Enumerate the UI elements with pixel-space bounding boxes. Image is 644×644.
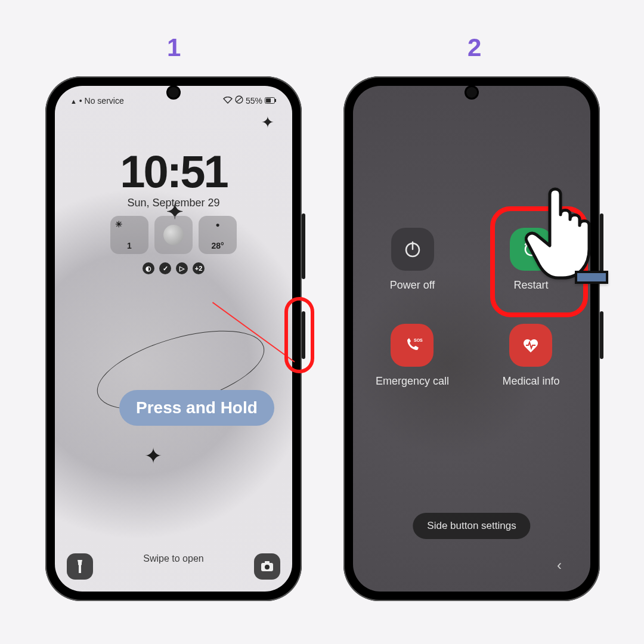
hand-pointer-icon (519, 177, 626, 292)
power-menu-screen: Power off Restart SOS Emergency call Med… (353, 86, 590, 592)
svg-text:SOS: SOS (414, 338, 423, 342)
medical-info-button[interactable]: Medical info (502, 324, 559, 388)
power-icon (391, 228, 434, 271)
lock-widgets: 1 28° (55, 216, 292, 254)
battery-text: 55% (246, 96, 262, 106)
step-2-label: 2 (467, 33, 481, 62)
annotation-press-hold: Press and Hold (119, 390, 274, 426)
front-camera (466, 87, 477, 98)
notif-more: +2 (193, 262, 205, 274)
sparkle-icon: ✦ (261, 113, 274, 132)
phone-frame-1: ▲ • No service 55% ✦ 10:51 ✦ Sun, Septem… (45, 76, 302, 601)
notification-icons[interactable]: ◐ ✓ ▷ +2 (55, 262, 292, 274)
carrier-text: No service (85, 96, 124, 106)
do-not-disturb-icon (235, 95, 243, 106)
emergency-call-button[interactable]: SOS Emergency call (376, 324, 449, 388)
svg-rect-3 (266, 98, 271, 103)
phone-frame-2: Power off Restart SOS Emergency call Med… (343, 76, 600, 601)
lock-date: Sun, September 29 (55, 197, 292, 209)
svg-rect-7 (265, 561, 270, 564)
svg-rect-4 (275, 99, 276, 102)
power-off-button[interactable]: Power off (390, 228, 435, 292)
wifi-icon (223, 96, 233, 106)
sparkle-icon: ✦ (144, 444, 162, 469)
volume-button[interactable] (302, 213, 305, 279)
notif-icon: ◐ (143, 262, 154, 274)
side-button-settings[interactable]: Side button settings (413, 513, 530, 539)
widget-weather-day[interactable]: 1 (110, 216, 148, 254)
heart-pulse-icon (509, 324, 552, 367)
back-chevron-icon[interactable]: ‹ (557, 557, 562, 574)
svg-point-6 (265, 565, 270, 569)
annotation-power-highlight (284, 297, 314, 373)
svg-rect-11 (576, 272, 607, 283)
front-camera (168, 87, 179, 98)
play-store-icon: ▷ (176, 262, 188, 274)
notif-icon: ✓ (159, 262, 171, 274)
camera-button[interactable] (254, 553, 280, 580)
battery-icon (265, 96, 277, 106)
power-button[interactable] (600, 311, 603, 359)
flashlight-button[interactable] (67, 553, 93, 580)
svg-line-1 (237, 98, 242, 102)
step-1-label: 1 (167, 33, 181, 62)
phone-sos-icon: SOS (391, 324, 434, 367)
widget-temp[interactable]: 28° (199, 216, 237, 254)
lock-screen: ▲ • No service 55% ✦ 10:51 ✦ Sun, Septem… (55, 86, 292, 592)
widget-moon[interactable] (154, 216, 193, 254)
